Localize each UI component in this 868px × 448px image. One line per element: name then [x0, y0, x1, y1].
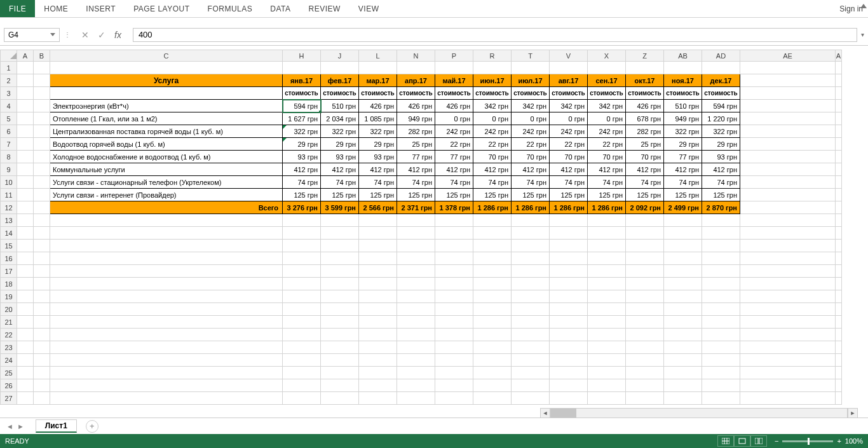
formula-expand-icon[interactable]: ▾ — [857, 28, 868, 42]
add-sheet-button[interactable]: + — [86, 420, 98, 433]
data-cell[interactable]: 70 грн — [550, 151, 588, 163]
row-header-13[interactable]: 13 — [1, 214, 17, 227]
data-cell[interactable]: 74 грн — [626, 176, 664, 189]
header-cost[interactable]: стоимость — [473, 87, 512, 100]
sign-in-link[interactable]: Sign in — [839, 0, 863, 18]
row-header-16[interactable]: 16 — [1, 252, 17, 265]
total-cell[interactable]: 2 371 грн — [397, 201, 435, 214]
row-header-18[interactable]: 18 — [1, 278, 17, 290]
ribbon-collapse-icon[interactable] — [860, 4, 867, 8]
data-cell[interactable]: 77 грн — [435, 151, 473, 163]
row-header-9[interactable]: 9 — [1, 163, 17, 176]
row-header-2[interactable]: 2 — [1, 74, 17, 87]
data-cell[interactable]: 74 грн — [664, 176, 702, 189]
header-cost[interactable]: стоимость — [435, 87, 473, 100]
data-cell[interactable]: 242 грн — [588, 125, 626, 138]
data-cell[interactable]: 70 грн — [588, 151, 626, 163]
header-month[interactable]: июн.17 — [473, 74, 512, 87]
tab-page-layout[interactable]: PAGE LAYOUT — [125, 0, 198, 17]
data-cell[interactable]: 22 грн — [435, 138, 473, 151]
data-cell[interactable]: 412 грн — [473, 163, 512, 176]
data-cell[interactable]: 2 034 грн — [321, 112, 359, 125]
total-cell[interactable]: 1 286 грн — [550, 201, 588, 214]
header-month[interactable]: сен.17 — [588, 74, 626, 87]
data-cell[interactable]: 125 грн — [283, 189, 321, 201]
data-cell[interactable]: 29 грн — [702, 138, 740, 151]
col-header-A[interactable]: A — [836, 50, 842, 62]
service-name[interactable]: Коммунальные услуги — [50, 163, 283, 176]
data-cell[interactable]: 282 грн — [626, 125, 664, 138]
sheet-nav-next-icon[interactable]: ► — [17, 423, 24, 430]
total-cell[interactable]: 1 378 грн — [435, 201, 473, 214]
header-month[interactable]: апр.17 — [397, 74, 435, 87]
data-cell[interactable]: 93 грн — [702, 151, 740, 163]
header-blank[interactable] — [50, 87, 283, 100]
data-cell[interactable]: 93 грн — [321, 151, 359, 163]
tab-insert[interactable]: INSERT — [77, 0, 125, 17]
data-cell[interactable]: 322 грн — [359, 125, 397, 138]
data-cell[interactable]: 1 085 грн — [359, 112, 397, 125]
view-page-break-icon[interactable] — [750, 435, 767, 447]
data-cell[interactable]: 125 грн — [702, 189, 740, 201]
row-header-17[interactable]: 17 — [1, 265, 17, 278]
data-cell[interactable]: 412 грн — [626, 163, 664, 176]
col-header-C[interactable]: C — [50, 50, 283, 62]
data-cell[interactable]: 322 грн — [283, 125, 321, 138]
header-cost[interactable]: стоимость — [283, 87, 321, 100]
tab-data[interactable]: DATA — [261, 0, 299, 17]
row-header-26[interactable]: 26 — [1, 379, 17, 392]
data-cell[interactable]: 426 грн — [626, 100, 664, 112]
data-cell[interactable]: 125 грн — [435, 189, 473, 201]
scroll-right-icon[interactable]: ► — [848, 408, 858, 418]
row-header-11[interactable]: 11 — [1, 189, 17, 201]
header-month[interactable]: мар.17 — [359, 74, 397, 87]
data-cell[interactable]: 342 грн — [473, 100, 512, 112]
col-header-A[interactable]: A — [17, 50, 34, 62]
service-name[interactable]: Электроэнергия (кВт*ч) — [50, 100, 283, 112]
sheet-nav-prev-icon[interactable]: ◄ — [6, 423, 13, 430]
data-cell[interactable]: 412 грн — [664, 163, 702, 176]
data-cell[interactable]: 22 грн — [550, 138, 588, 151]
data-cell[interactable]: 678 грн — [626, 112, 664, 125]
data-cell[interactable]: 412 грн — [588, 163, 626, 176]
col-header-AE[interactable]: AE — [740, 50, 836, 62]
data-cell[interactable]: 0 грн — [550, 112, 588, 125]
tab-review[interactable]: REVIEW — [299, 0, 349, 17]
row-header-3[interactable]: 3 — [1, 87, 17, 100]
data-cell[interactable]: 74 грн — [321, 176, 359, 189]
row-header-1[interactable]: 1 — [1, 62, 17, 74]
data-cell[interactable]: 29 грн — [664, 138, 702, 151]
row-header-23[interactable]: 23 — [1, 341, 17, 354]
data-cell[interactable]: 74 грн — [550, 176, 588, 189]
data-cell[interactable]: 22 грн — [588, 138, 626, 151]
name-box[interactable]: G4 — [4, 28, 60, 42]
row-header-24[interactable]: 24 — [1, 354, 17, 367]
tab-file[interactable]: FILE — [0, 0, 35, 17]
total-cell[interactable]: 1 286 грн — [512, 201, 550, 214]
row-header-27[interactable]: 27 — [1, 392, 17, 405]
data-cell[interactable]: 242 грн — [512, 125, 550, 138]
header-cost[interactable]: стоимость — [626, 87, 664, 100]
col-header-R[interactable]: R — [473, 50, 512, 62]
col-header-AB[interactable]: AB — [664, 50, 702, 62]
data-cell[interactable]: 426 грн — [435, 100, 473, 112]
total-cell[interactable]: 3 599 грн — [321, 201, 359, 214]
header-cost[interactable]: стоимость — [512, 87, 550, 100]
header-month[interactable]: май.17 — [435, 74, 473, 87]
data-cell[interactable]: 74 грн — [397, 176, 435, 189]
service-name[interactable]: Централизованная поставка горячей воды (… — [50, 125, 283, 138]
total-label[interactable]: Всего — [50, 201, 283, 214]
data-cell[interactable]: 342 грн — [550, 100, 588, 112]
data-cell[interactable]: 77 грн — [664, 151, 702, 163]
data-cell[interactable]: 125 грн — [397, 189, 435, 201]
row-header-6[interactable]: 6 — [1, 125, 17, 138]
col-header-B[interactable]: B — [34, 50, 50, 62]
col-header-N[interactable]: N — [397, 50, 435, 62]
header-cost[interactable]: стоимость — [397, 87, 435, 100]
data-cell[interactable]: 74 грн — [473, 176, 512, 189]
col-header-AD[interactable]: AD — [702, 50, 740, 62]
header-month[interactable]: янв.17 — [283, 74, 321, 87]
header-month[interactable]: окт.17 — [626, 74, 664, 87]
tab-formulas[interactable]: FORMULAS — [199, 0, 262, 17]
col-header-P[interactable]: P — [435, 50, 473, 62]
